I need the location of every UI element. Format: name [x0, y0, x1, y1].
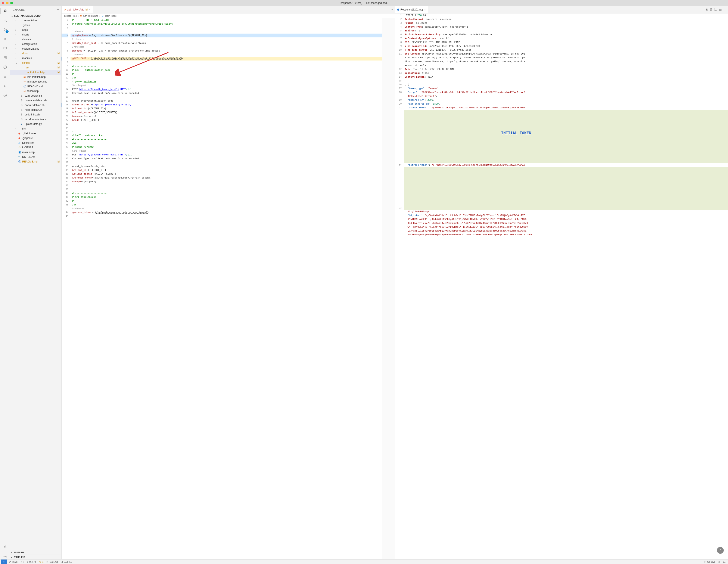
- file-LICENSE[interactable]: ⚖LICENSE: [10, 145, 61, 150]
- source-control-icon[interactable]: 3: [2, 27, 8, 32]
- folder-src[interactable]: ›src: [10, 126, 61, 131]
- workspace-header[interactable]: ⌄ SELF-MANAGED-OSDU: [10, 13, 61, 18]
- svg-point-23: [40, 561, 40, 562]
- ports[interactable]: 1: [37, 560, 45, 563]
- file-terraform-debian-sh[interactable]: $terraform-debian.sh: [10, 117, 61, 122]
- file-docker-debian-sh[interactable]: $docker-debian.sh: [10, 103, 61, 108]
- remote-explorer-icon[interactable]: [2, 45, 8, 51]
- svg-point-20: [9, 561, 9, 561]
- close-window[interactable]: [2, 2, 4, 4]
- file-manage-user-http[interactable]: ⇄manage-user.http: [10, 79, 61, 84]
- folder--devcontainer[interactable]: ›.devcontainer: [10, 18, 61, 23]
- notifications-icon[interactable]: [722, 560, 727, 563]
- extensions-icon[interactable]: [2, 55, 8, 61]
- folder-clusters[interactable]: ›clusters: [10, 37, 61, 42]
- code-editor[interactable]: 123 4 5 6 78910111213 141516171819202122…: [62, 18, 395, 559]
- tab-auth-token[interactable]: ⇄ auth-token.http M ×: [62, 6, 93, 13]
- svg-point-24: [39, 561, 41, 563]
- explorer-more-icon[interactable]: ⋯: [56, 8, 59, 11]
- file-auth-token-http[interactable]: ⇄auth-token.httpM: [10, 70, 61, 75]
- left-tabs: ⇄ auth-token.http M × ⋯: [62, 6, 395, 13]
- split-icon[interactable]: ◫: [719, 8, 722, 11]
- tab-response[interactable]: Response(1201ms) ×: [395, 6, 428, 13]
- svg-rect-1: [4, 10, 6, 12]
- svg-point-17: [4, 556, 6, 557]
- file-init-partition-http[interactable]: ⇄init-partition.http: [10, 75, 61, 79]
- right-editor-group: Response(1201ms) × ⎘ ⿻ ⿺ ◫ ⋯ 12345678910…: [395, 6, 728, 559]
- minimap[interactable]: [382, 18, 395, 559]
- folder-modules[interactable]: ›modules: [10, 56, 61, 61]
- folder-configuration[interactable]: ›configuration: [10, 42, 61, 46]
- file-azcli-debian-sh[interactable]: $azcli-debian.sh: [10, 93, 61, 98]
- search-icon[interactable]: [2, 17, 8, 23]
- svg-point-22: [10, 561, 11, 562]
- explorer-header: EXPLORER ⋯: [10, 6, 61, 13]
- file-osdu-infra-sh[interactable]: $osdu-infra.sh: [10, 112, 61, 117]
- file--gitignore[interactable]: ◆.gitignore: [10, 136, 61, 140]
- folder--github[interactable]: ›.github: [10, 23, 61, 28]
- folder-docs[interactable]: ›docsM: [10, 51, 61, 56]
- folder-scripts[interactable]: ⌄scriptsM: [10, 61, 61, 65]
- response-size[interactable]: 5.08 KB: [59, 561, 74, 563]
- close-icon[interactable]: ×: [89, 8, 91, 11]
- outline-section[interactable]: ›OUTLINE: [10, 550, 61, 555]
- window-title: Response(1201ms) — self-managed-osdu: [340, 1, 388, 4]
- scroll-top-button[interactable]: ⌃: [717, 547, 724, 554]
- more-actions-icon[interactable]: ⋯: [724, 8, 726, 11]
- response-viewer[interactable]: 1234567891011 12131415161718 192021 22 2…: [395, 13, 728, 559]
- svg-point-16: [4, 546, 6, 547]
- github-icon[interactable]: [2, 64, 8, 70]
- workspace-name: SELF-MANAGED-OSDU: [14, 15, 41, 17]
- file--gitattributes[interactable]: ◆.gitattributes: [10, 131, 61, 136]
- folder-rest[interactable]: ⌄restM: [10, 65, 61, 70]
- copy-icon[interactable]: ⿺: [715, 8, 717, 11]
- scm-badge: 3: [6, 30, 8, 33]
- svg-rect-8: [4, 47, 7, 49]
- docker-whale-icon[interactable]: [2, 74, 8, 80]
- svg-marker-15: [5, 95, 6, 96]
- file-tree[interactable]: ›.devcontainer›.github›apps›charts›clust…: [10, 18, 61, 550]
- file-README-md[interactable]: ⓘREADME.mdM: [10, 159, 61, 164]
- file-README-md[interactable]: ⓘREADME.md: [10, 84, 61, 89]
- svg-point-4: [4, 28, 4, 29]
- folder-customizations[interactable]: ›customizations: [10, 46, 61, 51]
- timeline-section[interactable]: ›TIMELINE: [10, 555, 61, 559]
- explorer-icon[interactable]: [2, 8, 8, 14]
- file-common-debian-sh[interactable]: $common-debian.sh: [10, 98, 61, 103]
- titlebar: Response(1201ms) — self-managed-osdu: [0, 0, 728, 6]
- file-token-http[interactable]: ⇄token.http: [10, 89, 61, 93]
- svg-rect-28: [61, 561, 62, 563]
- run-debug-icon[interactable]: [2, 36, 8, 42]
- settings-gear-icon[interactable]: [2, 553, 8, 559]
- save-all-icon[interactable]: ⿻: [710, 8, 712, 11]
- file-upload-data-py[interactable]: ●upload-data.py: [10, 122, 61, 126]
- file-node-debian-sh[interactable]: $node-debian.sh: [10, 108, 61, 112]
- breadcrumbs[interactable]: scripts› rest› ⇄ auth-token.http› {@} lo…: [62, 13, 395, 18]
- response-time[interactable]: 1201ms: [45, 561, 59, 563]
- feedback-icon[interactable]: ☺: [717, 561, 722, 563]
- go-live[interactable]: Go Live: [703, 561, 717, 563]
- window-controls: [2, 2, 13, 4]
- sync-changes[interactable]: [20, 560, 25, 563]
- azure-icon[interactable]: [2, 83, 8, 89]
- folder-charts[interactable]: ›charts: [10, 32, 61, 37]
- file-Dockerfile[interactable]: ▰Dockerfile: [10, 140, 61, 145]
- folder-apps[interactable]: ›apps: [10, 28, 61, 32]
- git-branch[interactable]: main*: [7, 560, 20, 563]
- maximize-window[interactable]: [10, 2, 13, 4]
- save-icon[interactable]: ⎘: [706, 8, 708, 11]
- svg-point-29: [705, 561, 705, 562]
- svg-rect-10: [4, 56, 5, 58]
- live-share-icon[interactable]: [2, 92, 8, 98]
- close-icon[interactable]: ×: [424, 8, 426, 11]
- minimize-window[interactable]: [6, 2, 9, 4]
- svg-marker-7: [4, 38, 6, 40]
- svg-point-5: [4, 30, 4, 31]
- problems[interactable]: ⊗0 ⚠0: [25, 560, 37, 563]
- remote-indicator[interactable]: [1, 560, 7, 564]
- file-NOTES-md[interactable]: ▾NOTES.md: [10, 155, 61, 159]
- file-main-bicep[interactable]: ▣main.bicep: [10, 150, 61, 155]
- activity-bar: 3: [0, 6, 10, 559]
- more-actions-icon[interactable]: ⋯: [391, 8, 393, 11]
- accounts-icon[interactable]: [2, 544, 8, 550]
